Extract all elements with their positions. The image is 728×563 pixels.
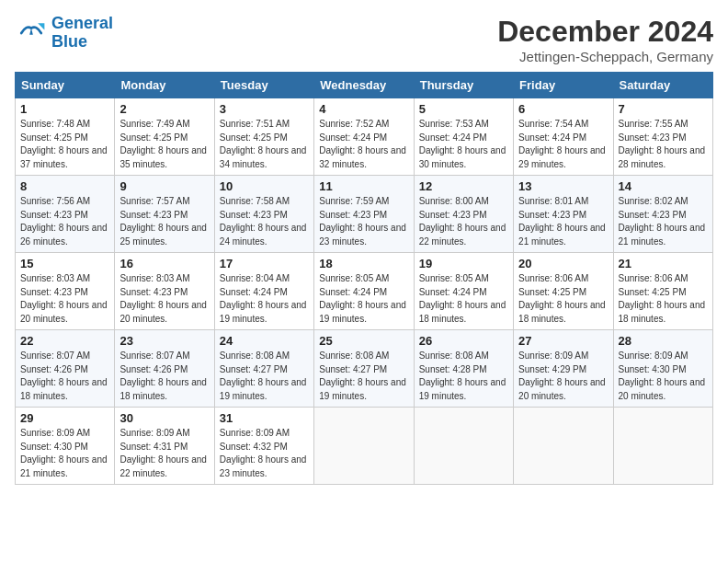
- day-cell: 30 Sunrise: 8:09 AM Sunset: 4:31 PM Dayl…: [115, 408, 214, 485]
- day-number: 4: [319, 102, 408, 116]
- day-number: 25: [319, 334, 408, 348]
- day-cell: 17 Sunrise: 8:04 AM Sunset: 4:24 PM Dayl…: [214, 253, 313, 330]
- day-info: Sunrise: 8:08 AM Sunset: 4:28 PM Dayligh…: [419, 350, 506, 401]
- day-info: Sunrise: 8:03 AM Sunset: 4:23 PM Dayligh…: [20, 273, 108, 324]
- day-info: Sunrise: 7:59 AM Sunset: 4:23 PM Dayligh…: [319, 196, 406, 247]
- day-number: 19: [419, 257, 508, 270]
- day-number: 12: [419, 179, 508, 193]
- logo-icon: [15, 17, 48, 50]
- day-number: 15: [20, 257, 109, 270]
- day-info: Sunrise: 8:00 AM Sunset: 4:23 PM Dayligh…: [419, 196, 506, 247]
- day-cell: 28 Sunrise: 8:09 AM Sunset: 4:30 PM Dayl…: [613, 330, 712, 408]
- day-cell: 2 Sunrise: 7:49 AM Sunset: 4:25 PM Dayli…: [115, 98, 214, 176]
- day-cell: [314, 408, 414, 485]
- month-title: December 2024: [497, 15, 713, 49]
- day-number: 29: [20, 411, 109, 425]
- page-header: General Blue December 2024 Jettingen-Sch…: [15, 15, 713, 64]
- day-info: Sunrise: 7:49 AM Sunset: 4:25 PM Dayligh…: [119, 119, 207, 169]
- day-number: 17: [220, 257, 309, 270]
- title-block: December 2024 Jettingen-Scheppach, Germa…: [497, 15, 713, 64]
- day-cell: 25 Sunrise: 8:08 AM Sunset: 4:27 PM Dayl…: [314, 330, 414, 408]
- weekday-header-thursday: Thursday: [414, 73, 513, 98]
- day-number: 1: [20, 102, 109, 116]
- day-number: 8: [20, 179, 109, 193]
- day-info: Sunrise: 8:02 AM Sunset: 4:23 PM Dayligh…: [619, 196, 706, 247]
- week-row-4: 22 Sunrise: 8:07 AM Sunset: 4:26 PM Dayl…: [16, 330, 713, 408]
- day-info: Sunrise: 8:06 AM Sunset: 4:25 PM Dayligh…: [518, 273, 606, 324]
- day-info: Sunrise: 8:09 AM Sunset: 4:29 PM Dayligh…: [518, 350, 606, 401]
- day-cell: 1 Sunrise: 7:48 AM Sunset: 4:25 PM Dayli…: [16, 98, 115, 176]
- day-number: 18: [319, 257, 408, 270]
- day-info: Sunrise: 8:04 AM Sunset: 4:24 PM Dayligh…: [220, 273, 307, 324]
- day-cell: 18 Sunrise: 8:05 AM Sunset: 4:24 PM Dayl…: [314, 253, 414, 330]
- day-info: Sunrise: 8:05 AM Sunset: 4:24 PM Dayligh…: [419, 273, 506, 324]
- weekday-header-monday: Monday: [115, 73, 214, 98]
- calendar-table: SundayMondayTuesdayWednesdayThursdayFrid…: [15, 72, 713, 485]
- day-cell: 19 Sunrise: 8:05 AM Sunset: 4:24 PM Dayl…: [414, 253, 513, 330]
- day-cell: 20 Sunrise: 8:06 AM Sunset: 4:25 PM Dayl…: [514, 253, 613, 330]
- weekday-header-saturday: Saturday: [613, 73, 712, 98]
- day-cell: 4 Sunrise: 7:52 AM Sunset: 4:24 PM Dayli…: [314, 98, 414, 176]
- day-info: Sunrise: 7:54 AM Sunset: 4:24 PM Dayligh…: [518, 119, 606, 169]
- day-info: Sunrise: 8:07 AM Sunset: 4:26 PM Dayligh…: [119, 350, 207, 401]
- day-number: 23: [119, 334, 209, 348]
- day-number: 27: [518, 334, 608, 348]
- weekday-header-tuesday: Tuesday: [214, 73, 313, 98]
- day-info: Sunrise: 8:08 AM Sunset: 4:27 PM Dayligh…: [319, 350, 406, 401]
- day-cell: 9 Sunrise: 7:57 AM Sunset: 4:23 PM Dayli…: [115, 176, 214, 253]
- day-number: 21: [619, 257, 708, 270]
- day-info: Sunrise: 7:53 AM Sunset: 4:24 PM Dayligh…: [419, 119, 506, 169]
- day-number: 5: [419, 102, 508, 116]
- day-info: Sunrise: 7:55 AM Sunset: 4:23 PM Dayligh…: [619, 119, 706, 169]
- logo-general: General: [51, 14, 113, 32]
- day-cell: 27 Sunrise: 8:09 AM Sunset: 4:29 PM Dayl…: [514, 330, 613, 408]
- day-number: 14: [619, 179, 708, 193]
- day-number: 10: [220, 179, 309, 193]
- day-number: 6: [518, 102, 608, 116]
- day-cell: 7 Sunrise: 7:55 AM Sunset: 4:23 PM Dayli…: [613, 98, 712, 176]
- day-cell: 6 Sunrise: 7:54 AM Sunset: 4:24 PM Dayli…: [514, 98, 613, 176]
- day-number: 26: [419, 334, 508, 348]
- logo-blue: Blue: [51, 33, 113, 52]
- day-cell: [514, 408, 613, 485]
- day-number: 28: [619, 334, 708, 348]
- weekday-header-friday: Friday: [514, 73, 613, 98]
- day-cell: 26 Sunrise: 8:08 AM Sunset: 4:28 PM Dayl…: [414, 330, 513, 408]
- day-cell: 3 Sunrise: 7:51 AM Sunset: 4:25 PM Dayli…: [214, 98, 313, 176]
- day-number: 30: [119, 411, 209, 425]
- location: Jettingen-Scheppach, Germany: [497, 49, 713, 64]
- day-info: Sunrise: 8:09 AM Sunset: 4:32 PM Dayligh…: [220, 428, 307, 478]
- day-cell: 23 Sunrise: 8:07 AM Sunset: 4:26 PM Dayl…: [115, 330, 214, 408]
- day-number: 22: [20, 334, 109, 348]
- week-row-5: 29 Sunrise: 8:09 AM Sunset: 4:30 PM Dayl…: [16, 408, 713, 485]
- day-cell: 15 Sunrise: 8:03 AM Sunset: 4:23 PM Dayl…: [16, 253, 115, 330]
- day-number: 13: [518, 179, 608, 193]
- day-cell: 12 Sunrise: 8:00 AM Sunset: 4:23 PM Dayl…: [414, 176, 513, 253]
- day-info: Sunrise: 8:08 AM Sunset: 4:27 PM Dayligh…: [220, 350, 307, 401]
- day-cell: 31 Sunrise: 8:09 AM Sunset: 4:32 PM Dayl…: [214, 408, 313, 485]
- day-cell: 10 Sunrise: 7:58 AM Sunset: 4:23 PM Dayl…: [214, 176, 313, 253]
- day-info: Sunrise: 8:09 AM Sunset: 4:30 PM Dayligh…: [20, 428, 108, 478]
- week-row-3: 15 Sunrise: 8:03 AM Sunset: 4:23 PM Dayl…: [16, 253, 713, 330]
- day-info: Sunrise: 7:58 AM Sunset: 4:23 PM Dayligh…: [220, 196, 307, 247]
- day-info: Sunrise: 8:05 AM Sunset: 4:24 PM Dayligh…: [319, 273, 406, 324]
- day-number: 11: [319, 179, 408, 193]
- day-info: Sunrise: 8:09 AM Sunset: 4:30 PM Dayligh…: [619, 350, 706, 401]
- day-cell: 24 Sunrise: 8:08 AM Sunset: 4:27 PM Dayl…: [214, 330, 313, 408]
- day-number: 16: [119, 257, 209, 270]
- day-number: 3: [220, 102, 309, 116]
- day-cell: 8 Sunrise: 7:56 AM Sunset: 4:23 PM Dayli…: [16, 176, 115, 253]
- day-info: Sunrise: 8:09 AM Sunset: 4:31 PM Dayligh…: [119, 428, 207, 478]
- day-info: Sunrise: 7:56 AM Sunset: 4:23 PM Dayligh…: [20, 196, 108, 247]
- day-info: Sunrise: 8:03 AM Sunset: 4:23 PM Dayligh…: [119, 273, 207, 324]
- day-number: 31: [220, 411, 309, 425]
- day-cell: 14 Sunrise: 8:02 AM Sunset: 4:23 PM Dayl…: [613, 176, 712, 253]
- day-info: Sunrise: 7:57 AM Sunset: 4:23 PM Dayligh…: [119, 196, 207, 247]
- day-info: Sunrise: 7:48 AM Sunset: 4:25 PM Dayligh…: [20, 119, 108, 169]
- day-number: 7: [619, 102, 708, 116]
- logo-text: General Blue: [51, 15, 113, 52]
- week-row-1: 1 Sunrise: 7:48 AM Sunset: 4:25 PM Dayli…: [16, 98, 713, 176]
- day-info: Sunrise: 7:52 AM Sunset: 4:24 PM Dayligh…: [319, 119, 406, 169]
- day-cell: 22 Sunrise: 8:07 AM Sunset: 4:26 PM Dayl…: [16, 330, 115, 408]
- day-info: Sunrise: 8:06 AM Sunset: 4:25 PM Dayligh…: [619, 273, 706, 324]
